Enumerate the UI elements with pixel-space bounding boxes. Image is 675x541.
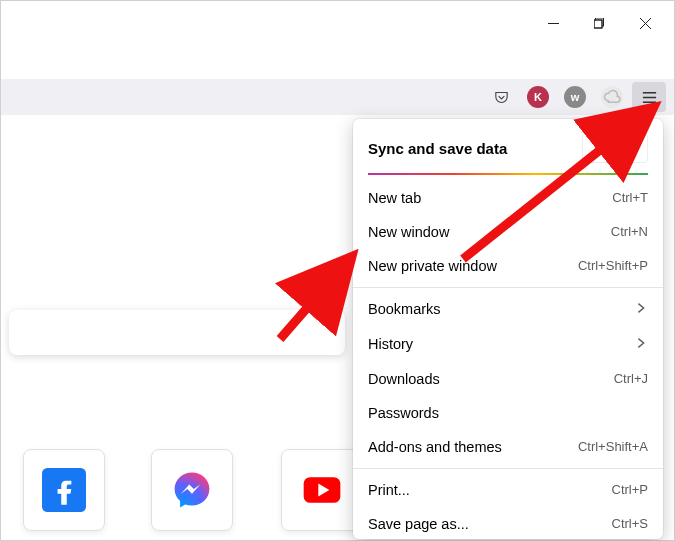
menu-separator <box>353 468 663 469</box>
chevron-right-icon <box>634 336 648 353</box>
menu-item-shortcut: Ctrl+J <box>614 371 648 386</box>
menu-item-shortcut: Ctrl+Shift+P <box>578 258 648 273</box>
application-menu: Sync and save data Sign in New tabCtrl+T… <box>353 119 663 539</box>
menu-item-shortcut: Ctrl+Shift+A <box>578 439 648 454</box>
svg-rect-2 <box>594 20 602 28</box>
window-controls <box>530 9 668 37</box>
menu-item-label: Print... <box>368 482 410 498</box>
menu-item-passwords[interactable]: Passwords <box>353 396 663 430</box>
menu-item-shortcut: Ctrl+S <box>612 516 648 531</box>
menu-item-label: Passwords <box>368 405 439 421</box>
extension-w-icon[interactable]: w <box>558 82 592 112</box>
menu-gradient-separator <box>368 173 648 175</box>
shortcut-messenger[interactable] <box>151 449 233 531</box>
content-card <box>9 310 345 355</box>
menu-item-bookmarks[interactable]: Bookmarks <box>353 292 663 327</box>
menu-item-label: New tab <box>368 190 421 206</box>
menu-item-new-private-window[interactable]: New private windowCtrl+Shift+P <box>353 249 663 283</box>
hamburger-menu-button[interactable] <box>632 82 666 112</box>
close-button[interactable] <box>622 9 668 37</box>
menu-body: New tabCtrl+TNew windowCtrl+NNew private… <box>353 181 663 540</box>
chevron-right-icon <box>634 301 648 318</box>
shortcut-facebook[interactable] <box>23 449 105 531</box>
menu-item-add-ons-and-themes[interactable]: Add-ons and themesCtrl+Shift+A <box>353 430 663 464</box>
menu-item-label: Bookmarks <box>368 301 441 317</box>
menu-header: Sync and save data Sign in <box>353 119 663 173</box>
browser-toolbar: K w <box>1 79 674 115</box>
maximize-button[interactable] <box>576 9 622 37</box>
browser-window: K w Sync and save data Sign in New ta <box>0 0 675 541</box>
menu-item-label: New window <box>368 224 449 240</box>
menu-item-label: Add-ons and themes <box>368 439 502 455</box>
menu-item-history[interactable]: History <box>353 327 663 362</box>
menu-item-save-page-as[interactable]: Save page as...Ctrl+S <box>353 507 663 540</box>
menu-item-shortcut: Ctrl+P <box>612 482 648 497</box>
menu-item-shortcut: Ctrl+T <box>612 190 648 205</box>
shortcut-youtube[interactable] <box>281 449 363 531</box>
menu-item-new-window[interactable]: New windowCtrl+N <box>353 215 663 249</box>
extension-cloud-icon[interactable] <box>595 82 629 112</box>
minimize-button[interactable] <box>530 9 576 37</box>
extension-k-icon[interactable]: K <box>521 82 555 112</box>
menu-item-label: History <box>368 336 413 352</box>
menu-item-label: Downloads <box>368 371 440 387</box>
pocket-icon[interactable] <box>484 82 518 112</box>
sign-in-button[interactable]: Sign in <box>582 133 648 163</box>
menu-item-label: New private window <box>368 258 497 274</box>
menu-item-label: Save page as... <box>368 516 469 532</box>
menu-item-print[interactable]: Print...Ctrl+P <box>353 473 663 507</box>
menu-separator <box>353 287 663 288</box>
menu-item-downloads[interactable]: DownloadsCtrl+J <box>353 362 663 396</box>
menu-item-new-tab[interactable]: New tabCtrl+T <box>353 181 663 215</box>
menu-item-shortcut: Ctrl+N <box>611 224 648 239</box>
menu-header-title: Sync and save data <box>368 140 507 157</box>
